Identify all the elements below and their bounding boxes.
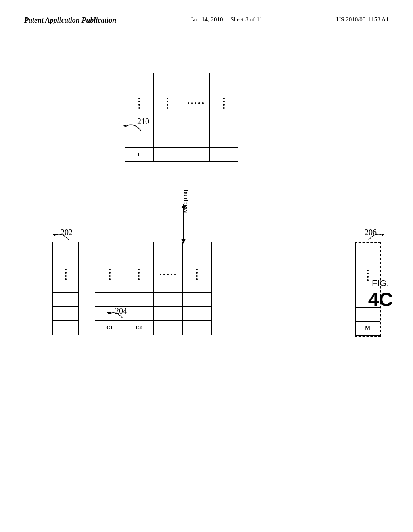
cell-dots-h (181, 87, 210, 119)
cell (153, 133, 181, 148)
cell-C1: C1 (95, 321, 124, 335)
cell (53, 293, 79, 307)
cell (210, 133, 238, 148)
header-left-text: Patent Application Publication (24, 16, 116, 25)
main-content: L 210 Mapping (0, 48, 413, 532)
page-header: Patent Application Publication Jan. 14, … (0, 16, 413, 29)
cell (125, 73, 154, 87)
table-row (356, 243, 380, 257)
table-row (53, 307, 79, 321)
cell (153, 307, 182, 321)
cell (182, 307, 211, 321)
figure-label: FIG. 4C (368, 278, 393, 311)
label-204-container: 204 (105, 306, 127, 322)
cell (153, 321, 182, 335)
cell (181, 73, 210, 87)
cell (182, 293, 211, 307)
table-row (95, 242, 212, 256)
cell (95, 242, 124, 256)
cell-M: M (356, 322, 380, 336)
fig-label-bottom: 4C (368, 289, 393, 311)
cell-dots (210, 87, 238, 119)
cell (153, 293, 182, 307)
cell (181, 119, 210, 133)
cell (53, 321, 79, 335)
cell (356, 243, 380, 257)
cell-dots (182, 256, 211, 293)
cell (153, 148, 181, 162)
cell-dots (124, 256, 153, 293)
col-202-table (52, 242, 79, 335)
cell-L: L (125, 148, 154, 162)
table-row-dots (53, 256, 79, 293)
cell (95, 293, 124, 307)
cell (210, 73, 238, 87)
label-210: 210 (117, 117, 149, 135)
header-center-text: Jan. 14, 2010 Sheet 8 of 11 (190, 16, 262, 23)
mapping-label: Mapping (181, 190, 188, 213)
table-row-M: M (356, 322, 380, 336)
cell (124, 307, 153, 321)
cell-dots (153, 87, 181, 119)
cell (53, 242, 79, 256)
col-202 (52, 242, 79, 335)
table-row (53, 321, 79, 335)
cell (125, 133, 154, 148)
cell (53, 307, 79, 321)
table-row-dots (125, 87, 238, 119)
table-row-L: L (125, 148, 238, 162)
cell (124, 242, 153, 256)
cell-dots-h (153, 256, 182, 293)
cell (153, 73, 181, 87)
label-202-container: 202 (48, 228, 73, 244)
cell (182, 242, 211, 256)
cell (210, 119, 238, 133)
fig-label-top: FIG. (368, 278, 393, 289)
cell (210, 148, 238, 162)
cell-C2: C2 (124, 321, 153, 335)
table-row (95, 293, 212, 307)
cell-dots (53, 256, 79, 293)
cell (124, 293, 153, 307)
cell (153, 242, 182, 256)
cell (181, 148, 210, 162)
table-row (125, 73, 238, 87)
cell-dots (125, 87, 154, 119)
cell (153, 119, 181, 133)
cell-dots (95, 256, 124, 293)
table-row (125, 133, 238, 148)
table-row-c1c2: C1 C2 (95, 321, 212, 335)
cell (181, 133, 210, 148)
label-206-container: 206 (365, 228, 389, 244)
header-right-text: US 2010/0011153 A1 (336, 16, 389, 23)
cell (182, 321, 211, 335)
table-row (53, 293, 79, 307)
table-row (53, 242, 79, 256)
table-row-dots (95, 256, 212, 293)
